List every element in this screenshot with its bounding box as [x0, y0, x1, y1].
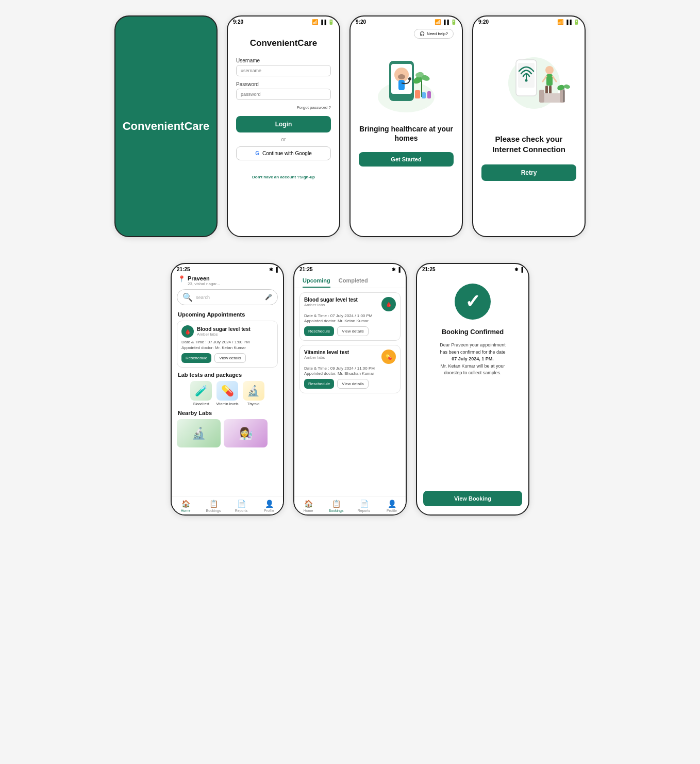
status-time: 9:20	[233, 19, 243, 25]
login-screen: 9:20 📶 ▐▐ 🔋 ConvenientCare Username Pass…	[227, 15, 340, 237]
signal-icon-home: ▐	[275, 267, 278, 272]
status-bar-onboard: 9:20 📶 ▐▐ 🔋	[351, 16, 462, 26]
nointernet-screen: 9:20 📶 ▐▐ 🔋	[472, 15, 586, 237]
booking-card-1: Blood sugar level test Amber labs 🩸 Date…	[299, 292, 401, 341]
signup-action[interactable]: Sign-up	[299, 175, 315, 179]
login-title: ConvenientCare	[236, 38, 331, 48]
bookings-nav-label: Bookings	[206, 509, 221, 512]
nearby-labs-grid: 🔬 👩‍🔬	[172, 419, 283, 447]
nav-bookings-home[interactable]: 📋 Bookings	[199, 500, 227, 512]
wifi-icon: 📶	[312, 19, 318, 25]
reports-nav-label: Reports	[235, 509, 248, 512]
home-status-icons: ✱ ▐	[269, 267, 278, 272]
booking-title-1: Blood sugar level test	[304, 297, 358, 303]
nearby-lab-2[interactable]: 👩‍🔬	[224, 419, 268, 447]
svg-point-6	[398, 74, 405, 79]
get-started-button[interactable]: Get Started	[359, 152, 454, 167]
booking-datetime-2: Date & Time : 09 July 2024 / 11:00 PM	[304, 366, 396, 371]
view-details-button-1[interactable]: View details	[337, 326, 369, 336]
appt-actions: Reschedule View details	[181, 353, 273, 363]
nav-reports-home[interactable]: 📄 Reports	[227, 500, 255, 512]
checkmark-icon: ✓	[465, 291, 480, 312]
appointment-card: 🩸 Blood sugar level test Amber labs Date…	[177, 321, 278, 368]
appt-doctor: Appointed doctor: Mr. Ketan Kumar	[181, 345, 273, 350]
user-address: 23, vishal nagar...	[188, 281, 220, 286]
svg-rect-21	[549, 86, 552, 94]
signal-icon-confirmed: ▐	[520, 267, 523, 272]
nearby-labs-section-title: Nearby Labs	[178, 410, 277, 416]
booking-doctor-1: Appointed doctor: Mr. Ketan Kumar	[304, 319, 396, 323]
row2-screens: 21:25 ✱ ▐ 📍 Praveen 23, vishal nagar... …	[15, 263, 685, 516]
lab-test-blood[interactable]: 🧪 Blood test	[190, 381, 212, 406]
battery-icon: 🔋	[328, 19, 334, 25]
status-icons-nointernet: 📶 ▐▐ 🔋	[557, 19, 579, 25]
username-input[interactable]	[236, 65, 331, 76]
lab-test-vitamin[interactable]: 💊 Vitamin levels	[216, 381, 238, 406]
confirmed-body: ✓ Booking Confirmed Dear Praveen your ap…	[417, 273, 528, 388]
password-label: Password	[236, 81, 331, 87]
blood-test-img: 🧪	[190, 381, 212, 401]
tab-upcoming[interactable]: Upcoming	[303, 277, 330, 288]
nav-reports-bookings[interactable]: 📄 Reports	[350, 500, 378, 512]
bottom-nav-bookings: 🏠 Home 📋 Bookings 📄 Reports 👤 Profile	[294, 496, 406, 514]
nearby-lab-1[interactable]: 🔬	[177, 419, 221, 447]
forgot-password-link[interactable]: Forgot password ?	[236, 105, 331, 110]
booking-header-1: Blood sugar level test Amber labs 🩸	[304, 297, 396, 311]
nav-home[interactable]: 🏠 Home	[172, 500, 199, 512]
home-nav-label-b: Home	[304, 509, 313, 512]
appt-header: 🩸 Blood sugar level test Amber labs	[181, 325, 273, 338]
home-status-bar: 21:25 ✱ ▐	[172, 264, 283, 273]
confirmed-status-icons: ✱ ▐	[514, 267, 523, 272]
svg-rect-11	[415, 90, 420, 98]
svg-rect-19	[546, 74, 553, 86]
view-booking-button[interactable]: View Booking	[423, 491, 522, 506]
lab-test-thyroid[interactable]: 🔬 Thyroid	[243, 381, 264, 406]
svg-point-17	[525, 79, 528, 82]
status-icons: 📶 ▐▐ 🔋	[312, 19, 334, 25]
lab-tests-section-title: Lab tests and packages	[178, 372, 277, 378]
signal-icon-bookings: ▐	[397, 267, 401, 272]
nav-profile-home[interactable]: 👤 Profile	[255, 500, 283, 512]
nav-bookings-active[interactable]: 📋 Bookings	[322, 500, 350, 512]
booking-card-2: Vitamins level test Amber labs 💊 Date & …	[299, 345, 401, 393]
view-details-button-home[interactable]: View details	[214, 353, 246, 363]
view-details-button-2[interactable]: View details	[337, 379, 369, 389]
status-bar-login: 9:20 📶 ▐▐ 🔋	[228, 16, 339, 26]
reschedule-button-home[interactable]: Reschedule	[181, 353, 211, 363]
tab-completed[interactable]: Completed	[339, 277, 368, 288]
blood-test-label: Blood test	[193, 402, 209, 406]
nav-home-bookings[interactable]: 🏠 Home	[294, 500, 322, 512]
user-name: Praveen	[188, 275, 220, 281]
retry-button[interactable]: Retry	[481, 164, 576, 181]
reschedule-button-2[interactable]: Reschedule	[304, 379, 334, 389]
reschedule-button-1[interactable]: Reschedule	[304, 326, 334, 336]
booking-lab-1: Amber labs	[304, 303, 358, 307]
google-login-button[interactable]: G Continue with Google	[236, 146, 331, 160]
booking-avatar-2: 💊	[381, 350, 396, 364]
password-input[interactable]	[236, 89, 331, 100]
need-help-button[interactable]: 🎧 Need help?	[414, 29, 454, 39]
confirmed-status-time: 21:25	[422, 267, 436, 272]
login-body: ConvenientCare Username Password Forgot …	[228, 26, 339, 185]
vitamin-test-img: 💊	[216, 381, 238, 401]
headphone-icon: 🎧	[420, 31, 425, 36]
search-bar[interactable]: 🔍 search 🎤	[177, 289, 278, 305]
booking-datetime-1: Date & Time : 07 July 2024 / 1:00 PM	[304, 313, 396, 318]
home-header: 📍 Praveen 23, vishal nagar...	[172, 273, 283, 289]
home-nav-label: Home	[181, 509, 191, 512]
nointernet-title: Please check your Internet Connection	[481, 134, 576, 154]
nointernet-body: Please check your Internet Connection Re…	[473, 26, 585, 189]
login-button[interactable]: Login	[236, 116, 331, 132]
bluetooth-icon-home: ✱	[269, 267, 273, 272]
wifi-icon-nointernet: 📶	[557, 19, 563, 25]
need-help-label: Need help?	[427, 31, 448, 36]
bluetooth-icon-bookings: ✱	[392, 267, 396, 272]
splash-title: ConvenientCare	[114, 120, 218, 133]
signup-link: Don't have an account ?Sign-up	[236, 175, 331, 179]
reports-nav-label-b: Reports	[358, 509, 371, 512]
svg-point-18	[545, 66, 554, 74]
nav-profile-bookings[interactable]: 👤 Profile	[378, 500, 406, 512]
confirmed-status-bar: 21:25 ✱ ▐	[417, 264, 528, 273]
booking-lab-2: Amber labs	[304, 355, 349, 360]
signal-icon-onboard: ▐▐	[442, 20, 449, 25]
